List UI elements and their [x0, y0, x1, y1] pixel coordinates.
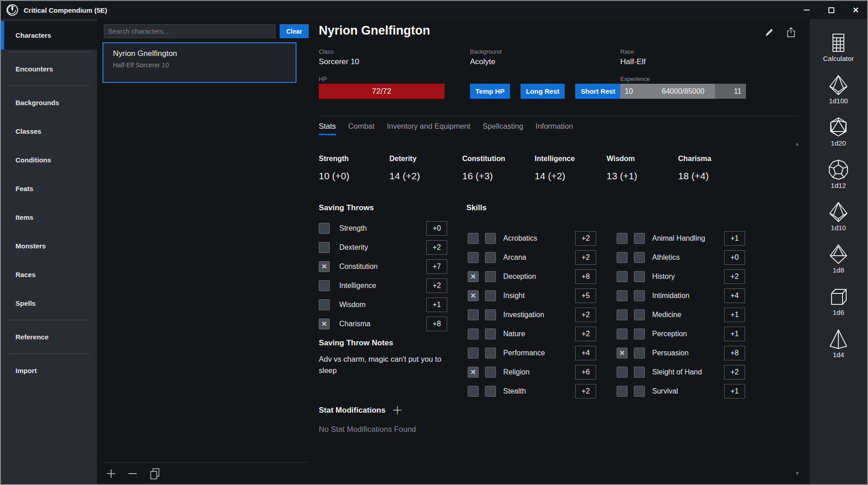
proficiency-checkbox[interactable]	[617, 367, 628, 378]
sidebar-item-feats[interactable]: Feats	[1, 174, 97, 203]
expertise-checkbox[interactable]	[634, 386, 645, 397]
expertise-checkbox[interactable]	[634, 367, 645, 378]
skill-modifier[interactable]: +2	[575, 327, 596, 341]
proficiency-checkbox[interactable]: ✕	[468, 271, 479, 282]
temp-hp-button[interactable]: Temp HP	[470, 84, 510, 99]
expertise-checkbox[interactable]	[485, 290, 496, 301]
sidebar-item-races[interactable]: Races	[1, 260, 97, 289]
expertise-checkbox[interactable]	[485, 252, 496, 263]
proficiency-checkbox[interactable]	[468, 348, 479, 359]
maximize-button[interactable]	[827, 6, 835, 14]
skill-modifier[interactable]: +1	[724, 308, 745, 322]
sheet-scroll-up-icon[interactable]: ▲	[795, 141, 800, 147]
skill-modifier[interactable]: +8	[575, 269, 596, 284]
saving-throw-modifier[interactable]: +7	[426, 259, 447, 274]
edit-character-button[interactable]	[762, 25, 776, 39]
sidebar-item-conditions[interactable]: Conditions	[1, 146, 97, 174]
proficiency-checkbox[interactable]	[617, 252, 628, 263]
experience-bar[interactable]: 64000/85000 10 11	[620, 84, 746, 99]
proficiency-checkbox[interactable]	[617, 290, 628, 301]
proficiency-checkbox[interactable]: ✕	[617, 348, 628, 359]
proficiency-checkbox[interactable]	[319, 242, 330, 253]
expertise-checkbox[interactable]	[634, 233, 645, 244]
sidebar-item-characters[interactable]: Characters	[1, 21, 97, 50]
skill-modifier[interactable]: +6	[575, 365, 596, 379]
saving-throw-modifier[interactable]: +8	[426, 317, 447, 331]
clear-search-button[interactable]: Clear	[280, 24, 309, 38]
tab-spellcasting[interactable]: Spellcasting	[483, 122, 523, 135]
expertise-checkbox[interactable]	[634, 309, 645, 320]
remove-character-button[interactable]	[127, 468, 138, 479]
dice-button-1d20[interactable]: 1d20	[827, 116, 849, 147]
skill-modifier[interactable]: +1	[724, 384, 745, 399]
proficiency-checkbox[interactable]	[617, 271, 628, 282]
proficiency-checkbox[interactable]	[468, 233, 479, 244]
character-list-item[interactable]: Nyrion GnelfingtonHalf-Elf Sorcerer 10	[102, 42, 296, 83]
skill-modifier[interactable]: +8	[724, 346, 745, 360]
expertise-checkbox[interactable]	[485, 386, 496, 397]
dice-button-1d6[interactable]: 1d6	[827, 286, 849, 316]
skill-modifier[interactable]: +2	[575, 384, 596, 399]
proficiency-checkbox[interactable]	[468, 309, 479, 320]
short-rest-button[interactable]: Short Rest	[575, 84, 621, 99]
sidebar-item-spells[interactable]: Spells	[1, 289, 97, 318]
skill-modifier[interactable]: +1	[724, 327, 745, 341]
expertise-checkbox[interactable]	[485, 348, 496, 359]
proficiency-checkbox[interactable]: ✕	[319, 261, 330, 272]
skill-modifier[interactable]: +2	[575, 250, 596, 265]
expertise-checkbox[interactable]	[485, 271, 496, 282]
tab-combat[interactable]: Combat	[348, 122, 375, 135]
sidebar-item-import[interactable]: Import	[1, 356, 97, 385]
skill-modifier[interactable]: +2	[724, 365, 745, 379]
proficiency-checkbox[interactable]	[468, 252, 479, 263]
expertise-checkbox[interactable]	[485, 233, 496, 244]
sidebar-item-items[interactable]: Items	[1, 203, 97, 232]
search-input[interactable]	[104, 24, 276, 38]
minimize-button[interactable]	[802, 6, 811, 14]
hp-bar[interactable]: 72/72	[319, 84, 444, 99]
saving-throw-modifier[interactable]: +1	[426, 298, 447, 312]
expertise-checkbox[interactable]	[634, 290, 645, 301]
proficiency-checkbox[interactable]	[617, 233, 628, 244]
dice-button-1d12[interactable]: 1d12	[827, 159, 849, 189]
dice-button-1d4[interactable]: 1d4	[827, 328, 849, 359]
proficiency-checkbox[interactable]	[468, 328, 479, 339]
skill-modifier[interactable]: +1	[724, 231, 745, 246]
dice-button-1d100[interactable]: 1d100	[827, 74, 849, 105]
expertise-checkbox[interactable]	[485, 309, 496, 320]
expertise-checkbox[interactable]	[634, 328, 645, 339]
saving-throw-modifier[interactable]: +2	[426, 240, 447, 255]
proficiency-checkbox[interactable]	[319, 223, 330, 234]
close-button[interactable]: ✕	[852, 6, 860, 14]
proficiency-checkbox[interactable]: ✕	[319, 318, 330, 329]
proficiency-checkbox[interactable]	[617, 328, 628, 339]
proficiency-checkbox[interactable]: ✕	[468, 367, 479, 378]
sidebar-item-monsters[interactable]: Monsters	[1, 232, 97, 260]
saving-throw-modifier[interactable]: +2	[426, 278, 447, 293]
sidebar-item-encounters[interactable]: Encounters	[1, 55, 97, 83]
sheet-scroll-down-icon[interactable]: ▼	[795, 470, 800, 476]
proficiency-checkbox[interactable]	[319, 299, 330, 310]
skill-modifier[interactable]: +0	[724, 250, 745, 265]
proficiency-checkbox[interactable]	[617, 386, 628, 397]
saving-throw-modifier[interactable]: +0	[426, 221, 447, 236]
skill-modifier[interactable]: +2	[575, 308, 596, 322]
tab-stats[interactable]: Stats	[319, 122, 336, 135]
dice-button-1d10[interactable]: 1d10	[827, 201, 849, 232]
sidebar-item-backgrounds[interactable]: Backgrounds	[1, 88, 97, 117]
tab-information[interactable]: Information	[536, 122, 573, 135]
proficiency-checkbox[interactable]	[319, 280, 330, 291]
proficiency-checkbox[interactable]	[617, 309, 628, 320]
duplicate-character-button[interactable]	[148, 467, 161, 480]
add-character-button[interactable]	[106, 468, 117, 479]
tab-inventory-and-equipment[interactable]: Inventory and Equipment	[387, 122, 470, 135]
proficiency-checkbox[interactable]: ✕	[468, 290, 479, 301]
long-rest-button[interactable]: Long Rest	[521, 84, 565, 99]
proficiency-checkbox[interactable]	[468, 386, 479, 397]
skill-modifier[interactable]: +2	[724, 269, 745, 284]
expertise-checkbox[interactable]	[634, 271, 645, 282]
expertise-checkbox[interactable]	[485, 328, 496, 339]
expertise-checkbox[interactable]	[634, 252, 645, 263]
skill-modifier[interactable]: +4	[724, 288, 745, 303]
sidebar-item-reference[interactable]: Reference	[1, 323, 97, 351]
